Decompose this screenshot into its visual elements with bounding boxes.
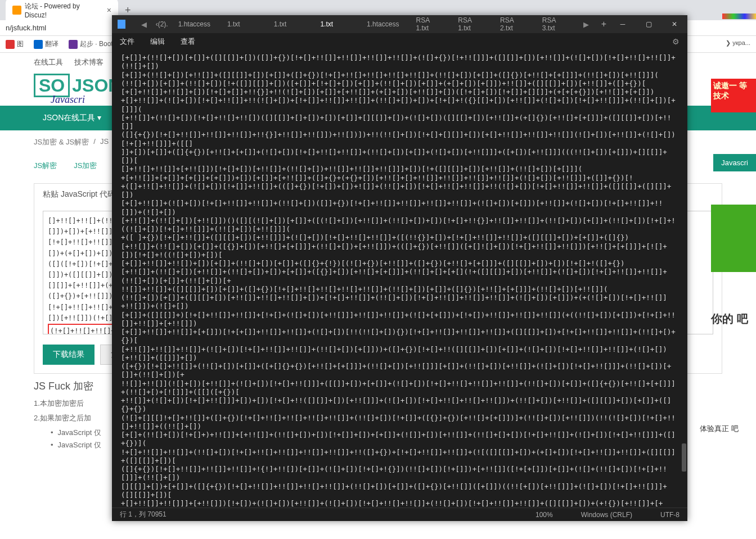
bookmark-icon [69,40,78,49]
bookmark-item[interactable]: 翻译 [34,39,58,49]
bookmark-icon [6,40,15,49]
status-line-ending[interactable]: Windows (CRLF) [581,511,632,519]
menu-edit[interactable]: 编辑 [150,37,165,47]
ad-banner[interactable]: 诚邀一 等技术 [711,79,756,112]
tab-prev-icon[interactable]: ◀ [137,18,151,31]
right-text: 体验真正 吧 [700,424,756,434]
status-encoding[interactable]: UTF-8 [660,511,680,519]
document-icon [118,20,125,29]
decorative-strip [722,13,756,19]
add-tab-button[interactable]: + [601,19,606,29]
tab-title: 论坛 - Powered by Discuz! [25,2,102,19]
status-zoom[interactable]: 100% [536,511,553,519]
language-indicator: ❯ укра... [726,39,750,47]
close-icon[interactable]: × [107,6,111,15]
editor-text-area[interactable]: [+[]]+(!![]+[])[+[]]+([][[]]+[])([]]+{})… [112,50,687,508]
ad-image[interactable] [711,205,756,272]
subtab-decrypt[interactable]: JS解密 [34,161,57,171]
file-tab[interactable]: 1.txt [274,20,287,28]
bookmark-item[interactable]: 图 [6,39,24,49]
maximize-button[interactable]: ▢ [636,15,662,33]
file-tab[interactable]: 1.htaccess [367,20,399,28]
tab-next-icon[interactable]: ▶ [579,18,593,31]
scrollbar-thumb[interactable] [682,443,686,472]
editor-status-bar: 行 1，列 70951 100% Windows (CRLF) UTF-8 [112,508,687,521]
favicon-icon [12,6,21,15]
browser-tab[interactable]: 论坛 - Powered by Discuz! × [6,0,118,22]
close-button[interactable]: ✕ [662,15,687,33]
top-link-online-tools[interactable]: 在线工具 [34,57,63,67]
editor-menubar: 文件 编辑 查看 ⚙ [112,33,687,50]
ad-text: 你的 吧 [711,311,756,327]
subtab-encrypt[interactable]: JS加密 [74,161,97,171]
top-link-tech-blog[interactable]: 技术博客 [74,57,104,67]
file-tab[interactable]: RSA 1.txt [458,16,483,32]
file-tab[interactable]: 1.htaccess [178,20,210,28]
file-tab[interactable]: RSA 3.txt [542,16,568,32]
bookmark-icon [34,40,43,49]
text-editor-window: ◀ ‹(2). 1.htaccess 1.txt 1.txt 1.txt 1.h… [112,15,687,521]
gear-icon[interactable]: ⚙ [672,37,680,46]
file-tab[interactable]: RSA 2.txt [500,16,525,32]
breadcrumb-item[interactable]: JS [100,137,109,147]
scrollbar[interactable] [681,50,686,508]
status-cursor-position[interactable]: 行 1，列 70951 [120,510,166,519]
minimize-button[interactable]: ─ [610,15,636,33]
file-tab-active[interactable]: 1.txt [320,20,333,28]
url-text: n/jsfuck.html [6,24,46,32]
tab-group-label: ‹(2). [151,18,173,30]
file-tab[interactable]: RSA 1.txt [416,16,441,32]
download-button[interactable]: 下载结果 [43,345,94,365]
menu-file[interactable]: 文件 [120,37,134,47]
right-button[interactable]: Javascri [713,154,756,171]
site-logo[interactable]: SOJSON [34,75,121,96]
editor-titlebar[interactable]: ◀ ‹(2). 1.htaccess 1.txt 1.txt 1.txt 1.h… [112,15,687,33]
breadcrumb-item[interactable]: JS加密 & JS解密 [34,137,89,147]
menu-view[interactable]: 查看 [181,37,195,47]
file-tab[interactable]: 1.txt [227,20,240,28]
nav-json-tools[interactable]: JSON在线工具 ▾ [34,113,110,123]
